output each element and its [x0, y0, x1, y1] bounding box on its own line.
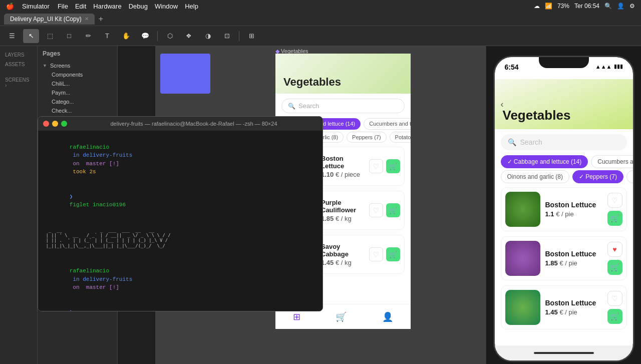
sim-item-1-like-button[interactable]: ♡: [607, 193, 622, 208]
sim-veg-header: ‹ Vegetables: [495, 79, 633, 129]
sim-item-2-price-suffix: € / pie: [559, 259, 577, 267]
term-user: rafaelinacio: [70, 144, 109, 150]
apple-logo[interactable]: 🍎: [6, 3, 14, 10]
rect-tool-button[interactable]: □: [61, 29, 77, 43]
sim-item-3-cart-button[interactable]: 🛒: [607, 309, 622, 324]
menu-bar: 🍎 Simulator File Edit Hardware Debug Win…: [0, 0, 641, 12]
terminal-line-4: ❯ code _: [43, 300, 317, 311]
sim-back-button[interactable]: ‹: [501, 99, 504, 110]
sim-search-icon: 🔍: [508, 138, 516, 146]
menu-clock: Ter 06:54: [574, 3, 599, 10]
veg-nav-cart-icon[interactable]: 🛒: [336, 311, 347, 322]
mask-tool-button[interactable]: ⬡: [162, 29, 178, 43]
terminal-maximize-button[interactable]: [61, 121, 67, 127]
sim-chip-cabbage[interactable]: Cabbage and lettuce (14): [501, 155, 588, 168]
tab-close-button[interactable]: ✕: [85, 16, 89, 22]
sim-item-3-actions: ♡ 🛒: [607, 291, 622, 324]
frame-tool-button[interactable]: ⬚: [42, 29, 58, 43]
menu-hardware[interactable]: Hardware: [93, 3, 121, 10]
veg-item-2-actions: ♡ 🛒: [369, 203, 400, 217]
sim-item-1-image: [505, 192, 540, 227]
page-screens[interactable]: ▼ Screens: [38, 61, 117, 70]
menu-toggle-button[interactable]: ☰: [4, 29, 20, 43]
term-path-2: in delivery-fruits: [70, 276, 132, 282]
veg-item-3-actions: ♡ 🛒: [369, 247, 400, 261]
menu-file[interactable]: File: [58, 3, 68, 10]
page-categories[interactable]: Catego...: [38, 97, 117, 106]
veg-nav-profile-icon[interactable]: 👤: [382, 311, 393, 322]
app-name: Simulator: [22, 3, 50, 10]
terminal-line-2: ❯ figlet inacio0196: [43, 184, 317, 217]
veg-chip-cucumbers[interactable]: Cucumbers and tomato: [364, 118, 411, 130]
sim-search-bar[interactable]: 🔍 Search: [501, 134, 627, 150]
page-components[interactable]: Components: [38, 70, 117, 79]
sim-item-2-image: [505, 241, 540, 276]
veg-item-1-cart-button[interactable]: 🛒: [386, 159, 400, 173]
menu-debug[interactable]: Debug: [129, 3, 148, 10]
text-tool-button[interactable]: T: [99, 29, 115, 43]
sim-chip-peppers[interactable]: ✓ Peppers (7): [572, 170, 623, 183]
pen-tool-button[interactable]: ✏: [80, 29, 96, 43]
menu-extra-icon[interactable]: ⚙: [629, 3, 635, 10]
crop-tool-button[interactable]: ⊡: [219, 29, 235, 43]
sim-chip-potatoes[interactable]: Potatoes: [626, 170, 633, 183]
sim-boston-lettuce-3-image: [505, 290, 540, 325]
page-label: ChiliL...: [52, 81, 70, 87]
page-chili[interactable]: ChiliL...: [38, 79, 117, 88]
sim-item-3-image: [505, 290, 540, 325]
page-checkout[interactable]: Check...: [38, 106, 117, 115]
sim-status-icons: ▲▲▲ ▮▮▮: [595, 63, 623, 70]
sim-search-placeholder-text: Search: [520, 138, 542, 146]
chevron-icon: ▼: [43, 63, 47, 68]
theme-tool-button[interactable]: ◑: [200, 29, 216, 43]
veg-item-2-price: 1.85 € / kg: [321, 215, 364, 222]
sim-item-3-like-button[interactable]: ♡: [607, 291, 622, 306]
terminal-overlay: delivery-fruits — rafaelinacio@MacBook-d…: [38, 116, 323, 311]
veg-item-1-name: Boston Lettuce: [321, 155, 364, 170]
search-icon[interactable]: 🔍: [604, 3, 612, 10]
veg-item-3-cart-button[interactable]: 🛒: [386, 247, 400, 261]
simulator-phone: 6:54 ▲▲▲ ▮▮▮ ‹ Vegetables 🔍 Sear: [494, 56, 634, 361]
hand-tool-button[interactable]: ✋: [118, 29, 134, 43]
components-tool-button[interactable]: ❖: [181, 29, 197, 43]
sim-wifi-icon: ▲▲▲: [595, 64, 612, 70]
left-sidebar: Layers Assets Screens ›: [0, 46, 38, 364]
veg-chip-peppers[interactable]: Peppers (7): [347, 132, 386, 143]
veg-nav-home-icon[interactable]: ⊞: [293, 311, 300, 322]
veg-title: Vegetables: [283, 76, 341, 89]
term-took: took 2s: [70, 169, 96, 175]
tab-delivery-app[interactable]: Delivery App_UI Kit (Copy) ✕: [4, 14, 95, 25]
tab-bar: Delivery App_UI Kit (Copy) ✕ +: [0, 12, 641, 26]
veg-item-2-like-button[interactable]: ♡: [369, 203, 383, 217]
comment-tool-button[interactable]: 💬: [137, 29, 153, 43]
menu-help[interactable]: Help: [185, 3, 198, 10]
veg-item-2-cart-button[interactable]: 🛒: [386, 203, 400, 217]
sim-chip-cucumbers[interactable]: Cucumbers and tomato: [591, 155, 632, 168]
grid-tool-button[interactable]: ⊞: [243, 29, 259, 43]
veg-search-bar[interactable]: 🔍 Search: [281, 99, 405, 113]
veg-item-1-like-button[interactable]: ♡: [369, 159, 383, 173]
terminal-body[interactable]: rafaelinacio in delivery-fruits on maste…: [38, 131, 323, 311]
avatar-icon[interactable]: 👤: [617, 3, 624, 10]
sim-item-1-info: Boston Lettuce 1.1 € / pie: [545, 201, 602, 218]
sim-item-2-info: Boston Lettuce 1.85 € / pie: [545, 250, 602, 267]
sim-veg-title: Vegetables: [503, 108, 571, 123]
terminal-close-button[interactable]: [43, 121, 49, 127]
terminal-minimize-button[interactable]: [52, 121, 58, 127]
sim-item-2-like-button[interactable]: ♥: [607, 242, 622, 257]
sim-item-2-cart-button[interactable]: 🛒: [607, 260, 622, 275]
veg-item-2-price-unit: € / kg: [336, 215, 352, 222]
sim-item-1-cart-button[interactable]: 🛒: [607, 211, 622, 226]
veg-chip-potatoes[interactable]: Potatoes and ca...: [390, 132, 411, 143]
menu-edit[interactable]: Edit: [75, 3, 86, 10]
phone-notch: [539, 57, 589, 68]
screens-label: Screens ›: [2, 75, 35, 89]
new-tab-button[interactable]: +: [99, 15, 103, 24]
select-tool-button[interactable]: ↖: [23, 29, 39, 43]
battery-text: 73%: [557, 3, 569, 10]
sim-chips-row-2: Oinons and garlic (8) ✓ Peppers (7) Pota…: [495, 170, 633, 183]
page-payment[interactable]: Paym...: [38, 88, 117, 97]
menu-window[interactable]: Window: [155, 3, 178, 10]
veg-item-3-like-button[interactable]: ♡: [369, 247, 383, 261]
sim-chip-onions[interactable]: Oinons and garlic (8): [501, 170, 569, 183]
